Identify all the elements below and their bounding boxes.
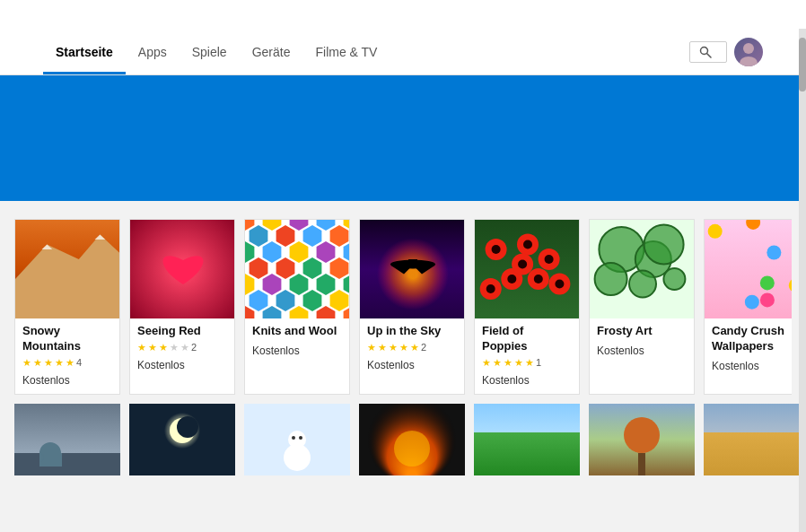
- tab-filme[interactable]: Filme & TV: [302, 29, 390, 74]
- svg-point-2: [743, 43, 754, 54]
- app-thumbnail-canvas: [360, 220, 464, 318]
- search-box[interactable]: [689, 41, 727, 63]
- app-thumbnail: [15, 220, 119, 318]
- app-price: Kostenlos: [482, 374, 572, 387]
- app-thumbnail-canvas: [130, 220, 234, 318]
- thumb-canvas: [589, 404, 695, 475]
- bottom-thumb-bt7[interactable]: [704, 404, 806, 475]
- app-name: Frosty Art: [597, 324, 687, 339]
- tab-apps[interactable]: Apps: [126, 29, 180, 74]
- bottom-thumb-bt4[interactable]: [359, 404, 465, 475]
- bottom-thumb-bt2[interactable]: [129, 404, 235, 475]
- user-avatar[interactable]: [734, 38, 763, 66]
- app-grid: Snowy Mountains★★★★★4KostenlosSeeing Red…: [14, 219, 792, 395]
- thumb-canvas: [129, 404, 235, 475]
- app-price: Kostenlos: [712, 360, 792, 372]
- nav-bar: Startseite Apps Spiele Geräte Filme & TV: [0, 29, 806, 75]
- app-rating: ★★★★★2: [137, 342, 227, 353]
- app-name: Up in the Sky: [367, 324, 457, 339]
- bottom-thumb-bt3[interactable]: [244, 404, 350, 475]
- app-card-up-in-the-sky[interactable]: Up in the Sky★★★★★2Kostenlos: [359, 219, 465, 395]
- app-rating: ★★★★★2: [367, 342, 457, 353]
- rating-count: 1: [536, 357, 541, 368]
- back-button[interactable]: [7, 36, 39, 68]
- thumb-canvas: [244, 404, 350, 475]
- app-card-candy-crush[interactable]: Candy Crush WallpapersKostenlos: [704, 219, 792, 395]
- window-controls: [671, 0, 795, 29]
- app-price: Kostenlos: [252, 344, 342, 357]
- tab-startseite[interactable]: Startseite: [43, 29, 126, 74]
- content-area: Snowy Mountains★★★★★4KostenlosSeeing Red…: [0, 201, 806, 532]
- bottom-thumb-bt6[interactable]: [589, 404, 695, 475]
- thumb-canvas: [359, 404, 465, 475]
- app-thumbnail: [360, 220, 464, 318]
- app-info: Seeing Red★★★★★2Kostenlos: [130, 318, 234, 379]
- thumb-canvas: [704, 404, 806, 475]
- app-name: Candy Crush Wallpapers: [712, 324, 792, 354]
- nav-tabs: Startseite Apps Spiele Geräte Filme & TV: [43, 29, 390, 74]
- app-price: Kostenlos: [597, 344, 687, 357]
- svg-line-1: [707, 53, 712, 57]
- app-price: Kostenlos: [22, 374, 112, 387]
- app-name: Snowy Mountains: [22, 324, 112, 354]
- app-thumbnail: [475, 220, 579, 318]
- app-price: Kostenlos: [137, 359, 227, 371]
- minimize-button[interactable]: [671, 0, 713, 29]
- rating-count: 4: [76, 357, 82, 368]
- hero-banner: [0, 75, 806, 201]
- search-icon: [699, 46, 712, 58]
- app-rating: ★★★★★1: [482, 357, 572, 369]
- title-bar: [0, 0, 806, 29]
- thumb-canvas: [474, 404, 580, 475]
- app-thumbnail-canvas: [15, 220, 119, 318]
- app-info: Knits and WoolKostenlos: [245, 318, 349, 364]
- app-card-frosty-art[interactable]: Frosty ArtKostenlos: [589, 219, 695, 395]
- app-thumbnail-canvas: [475, 220, 579, 318]
- app-name: Knits and Wool: [252, 324, 342, 339]
- app-thumbnail: [245, 220, 349, 318]
- app-thumbnail: [590, 220, 694, 318]
- bottom-thumb-row: [14, 404, 792, 475]
- app-info: Candy Crush WallpapersKostenlos: [705, 318, 792, 379]
- svg-point-3: [740, 57, 758, 66]
- app-thumbnail-canvas: [590, 220, 694, 318]
- thumb-canvas: [14, 404, 120, 475]
- tab-geraete[interactable]: Geräte: [240, 29, 303, 74]
- scrollbar[interactable]: [799, 29, 806, 532]
- app-info: Up in the Sky★★★★★2Kostenlos: [360, 318, 464, 379]
- scrollbar-thumb[interactable]: [799, 38, 806, 92]
- app-card-snowy-mountains[interactable]: Snowy Mountains★★★★★4Kostenlos: [14, 219, 120, 395]
- app-name: Seeing Red: [137, 324, 227, 339]
- app-info: Frosty ArtKostenlos: [590, 318, 694, 364]
- close-button[interactable]: [754, 0, 795, 29]
- maximize-button[interactable]: [713, 0, 754, 29]
- app-thumbnail: [130, 220, 234, 318]
- rating-count: 2: [191, 342, 197, 353]
- app-name: Field of Poppies: [482, 324, 572, 354]
- app-info: Snowy Mountains★★★★★4Kostenlos: [15, 318, 119, 394]
- more-options-button[interactable]: [770, 38, 799, 66]
- app-info: Field of Poppies★★★★★1Kostenlos: [475, 318, 579, 394]
- app-card-seeing-red[interactable]: Seeing Red★★★★★2Kostenlos: [129, 219, 235, 395]
- tab-spiele[interactable]: Spiele: [180, 29, 240, 74]
- app-card-knits-and-wool[interactable]: Knits and WoolKostenlos: [244, 219, 350, 395]
- app-thumbnail: [705, 220, 792, 318]
- bottom-thumb-bt1[interactable]: [14, 404, 120, 475]
- app-rating: ★★★★★4: [22, 357, 112, 369]
- app-thumbnail-canvas: [245, 220, 349, 318]
- app-card-field-of-poppies[interactable]: Field of Poppies★★★★★1Kostenlos: [474, 219, 580, 395]
- rating-count: 2: [421, 342, 426, 353]
- nav-right: [689, 38, 799, 66]
- app-thumbnail-canvas: [705, 220, 792, 318]
- app-price: Kostenlos: [367, 359, 457, 371]
- bottom-thumb-bt5[interactable]: [474, 404, 580, 475]
